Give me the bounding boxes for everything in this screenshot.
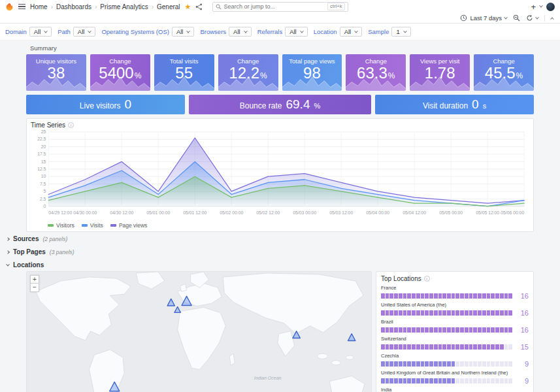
filter-value-dropdown[interactable]: All: [285, 27, 308, 37]
add-button[interactable]: +: [531, 3, 536, 11]
stat-value: 55: [175, 65, 193, 82]
stat-value: 69.4: [286, 98, 310, 110]
location-value: 16: [516, 292, 529, 300]
row-locations[interactable]: Locations: [5, 258, 534, 271]
world-map[interactable]: [27, 272, 371, 392]
time-series-chart[interactable]: 02.557.51012.51517.52022.52504/29 12:000…: [31, 129, 529, 221]
time-series-panel: Time Series i 02.557.51012.51517.52022.5…: [26, 118, 534, 232]
filter-selected-value: All: [344, 28, 352, 35]
filter-sample: Sample1: [368, 27, 411, 37]
svg-text:25: 25: [41, 129, 46, 134]
stat-value: 5400%: [99, 65, 141, 82]
filter-value-dropdown[interactable]: All: [229, 27, 252, 37]
grafana-logo-icon[interactable]: [5, 3, 14, 11]
location-bar-gauge: [381, 361, 512, 367]
filter-operating-systems-os: Operating Systems (OS)All: [101, 27, 194, 37]
zoom-out-icon[interactable]: [513, 14, 520, 22]
filter-browsers: BrowsersAll: [200, 27, 251, 37]
svg-text:17.5: 17.5: [37, 152, 46, 156]
stat-panel-change-1: Change5400%: [90, 54, 150, 91]
breadcrumb-dashboard-name[interactable]: Prisme Analytics: [100, 3, 148, 10]
legend-swatch: [82, 224, 88, 227]
stat-value: 1.78: [425, 65, 455, 82]
filter-value-dropdown[interactable]: All: [340, 27, 363, 37]
chevron-down-icon: [504, 15, 508, 19]
row-top-pages[interactable]: Top Pages (3 panels): [5, 245, 534, 258]
row-panel-count: (2 panels): [42, 236, 67, 242]
svg-text:05/06 00:00: 05/06 00:00: [501, 210, 524, 215]
favorite-star-icon[interactable]: ★: [185, 3, 191, 10]
locations-row: + − Indian Ocean Top Locations i France1…: [26, 271, 534, 392]
chevron-down-icon: [44, 29, 48, 33]
menu-toggle-icon[interactable]: [18, 4, 25, 10]
breadcrumb-dashboards[interactable]: Dashboards: [56, 3, 91, 10]
filter-label: Operating Systems (OS): [101, 28, 169, 35]
location-bar-gauge: [381, 327, 512, 333]
breadcrumb-home[interactable]: Home: [30, 3, 48, 10]
stat-value: 0: [472, 98, 479, 110]
stat-value: 12.2%: [229, 65, 267, 82]
search-box[interactable]: ctrl+k: [212, 2, 348, 12]
top-locations-list: France16United States of America (the)16…: [381, 285, 529, 392]
chevron-down-icon: [300, 29, 304, 33]
location-name: France: [381, 285, 529, 291]
stat-panel-change-5: Change63.3%: [346, 54, 406, 91]
filter-value-dropdown[interactable]: All: [73, 27, 96, 37]
breadcrumb-separator: ›: [95, 3, 97, 10]
filter-value-dropdown[interactable]: 1: [391, 27, 410, 37]
filter-selected-value: All: [233, 28, 240, 35]
info-icon[interactable]: i: [424, 276, 430, 282]
add-chevron-down-icon[interactable]: [539, 4, 543, 8]
row-sources[interactable]: Sources (2 panels): [5, 232, 534, 245]
stat-panel-visit-duration: Visit duration0s: [375, 95, 534, 114]
svg-text:15: 15: [41, 159, 46, 164]
refresh-button[interactable]: [526, 14, 538, 22]
dashboard-toolbar: Last 7 days: [0, 13, 560, 24]
stat-panel-live-visitors: Live visitors0: [26, 95, 185, 114]
collapse-toolbar-icon[interactable]: [550, 17, 554, 21]
row-title: Locations: [13, 261, 44, 269]
location-value: 15: [516, 343, 529, 351]
chevron-right-icon: [6, 250, 10, 254]
svg-text:05/05 12:00: 05/05 12:00: [476, 210, 499, 215]
info-icon[interactable]: i: [68, 122, 74, 128]
legend-swatch: [110, 224, 116, 227]
stat-title: Visit duration: [423, 101, 468, 110]
filter-selected-value: All: [176, 28, 184, 35]
stat-panel-unique-visitors-0: Unique visitors38: [26, 54, 86, 91]
map-zoom-in-button[interactable]: +: [30, 275, 39, 284]
svg-text:5: 5: [44, 189, 46, 193]
svg-text:05/04 12:00: 05/04 12:00: [403, 210, 426, 215]
search-shortcut-badge: ctrl+k: [327, 3, 344, 10]
location-bar-gauge: [381, 310, 512, 316]
map-panel[interactable]: + − Indian Ocean: [26, 271, 372, 392]
filter-value-dropdown[interactable]: All: [29, 27, 52, 37]
location-row-united-states-of-america-the: United States of America (the)16: [381, 302, 529, 317]
legend-swatch: [48, 224, 54, 227]
top-navigation: Home › Dashboards › Prisme Analytics › G…: [0, 0, 560, 24]
legend-item-page-views[interactable]: Page views: [110, 222, 147, 229]
legend-item-visits[interactable]: Visits: [82, 222, 103, 229]
panel-header: Time Series i: [31, 122, 529, 129]
map-zoom-out-button[interactable]: −: [30, 284, 39, 292]
filter-value-dropdown[interactable]: All: [172, 27, 195, 37]
breadcrumb-separator: ›: [152, 3, 154, 10]
share-icon[interactable]: [195, 3, 203, 10]
legend-item-visitors[interactable]: Visitors: [48, 222, 74, 229]
svg-text:7.5: 7.5: [40, 182, 46, 186]
chevron-down-icon: [535, 15, 539, 19]
svg-text:05/02 12:00: 05/02 12:00: [256, 210, 280, 215]
stat-value: 38: [48, 65, 65, 82]
location-value: 16: [516, 326, 529, 334]
stat-panel-total-visits-2: Total visits55: [154, 54, 214, 91]
time-range-picker[interactable]: Last 7 days: [460, 14, 507, 22]
location-row-india: India3: [381, 387, 529, 392]
user-avatar[interactable]: [546, 3, 555, 11]
legend-label: Visits: [90, 222, 103, 229]
svg-text:05/02 00:00: 05/02 00:00: [220, 210, 243, 215]
filter-label: Referrals: [257, 28, 283, 35]
stat-title: Bounce rate: [240, 101, 282, 110]
dashboard-canvas: Summary Unique visitors38Change5400%Tota…: [0, 41, 560, 392]
search-input[interactable]: [224, 3, 325, 10]
breadcrumb-current[interactable]: General: [157, 3, 180, 10]
